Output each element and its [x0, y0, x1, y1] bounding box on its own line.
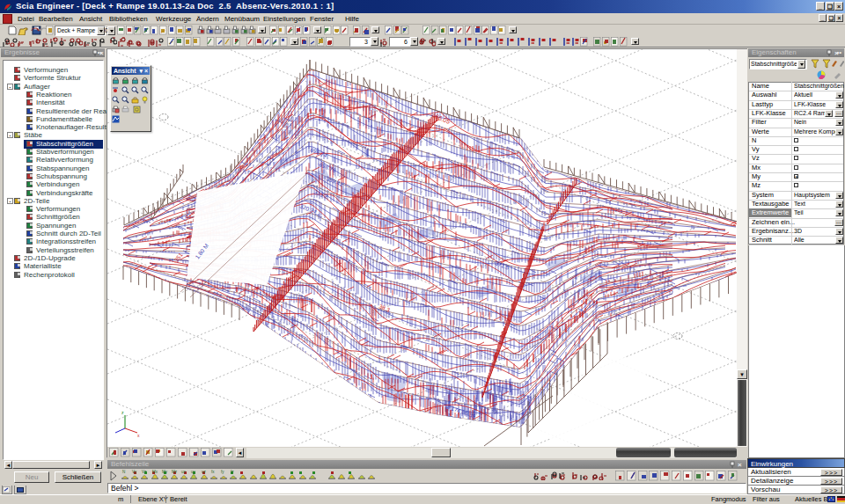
svg-text:174,86.39: 174,86.39 [451, 405, 477, 420]
svg-text:z: z [121, 410, 124, 415]
svg-text:-359.42: -359.42 [324, 174, 344, 187]
svg-text:x: x [137, 433, 140, 438]
svg-text:898.74: 898.74 [310, 146, 328, 158]
svg-text:333.2: 333.2 [313, 188, 329, 200]
